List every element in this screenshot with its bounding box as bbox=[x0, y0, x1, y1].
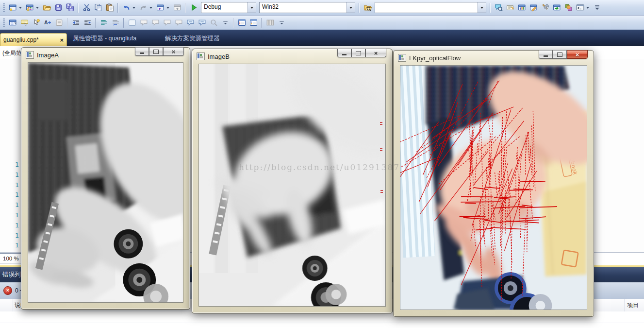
opencv-window-lkpyr-opticalflow[interactable]: LKpyr_opticalFlow × bbox=[393, 50, 594, 317]
solution-platform-combo-dropdown-icon[interactable] bbox=[347, 2, 355, 13]
window-title: ImageA bbox=[37, 52, 59, 59]
tab-solution-explorer[interactable]: 解决方案资源管理器 bbox=[165, 35, 220, 43]
increase-indent-icon[interactable] bbox=[82, 17, 93, 28]
next-bookmark-icon[interactable] bbox=[150, 17, 161, 28]
opticalflow-photo: Notebook bbox=[400, 65, 587, 310]
find-combo-dropdown-icon[interactable] bbox=[478, 2, 486, 13]
navigate-backward-icon-dropdown[interactable] bbox=[166, 7, 169, 9]
extension-manager-icon[interactable] bbox=[563, 2, 574, 13]
parameter-info-icon[interactable] bbox=[19, 17, 30, 28]
complete-word-icon[interactable]: A bbox=[42, 17, 53, 28]
object-browser-icon[interactable] bbox=[516, 2, 527, 13]
columns-icon[interactable] bbox=[264, 17, 275, 28]
comment-icon[interactable] bbox=[99, 17, 109, 28]
uncomment-icon[interactable] bbox=[110, 17, 121, 28]
previous-bookmark-folder-icon[interactable] bbox=[162, 17, 172, 28]
previous-bookmark-icon[interactable] bbox=[138, 17, 149, 28]
toolbar-options-icon[interactable] bbox=[592, 2, 602, 13]
toolbar-separator bbox=[67, 18, 68, 28]
svg-text:A: A bbox=[44, 19, 48, 25]
search-solution-icon[interactable] bbox=[493, 2, 504, 13]
tab-guangliu-cpp[interactable]: guangliu.cpp* × bbox=[0, 33, 67, 46]
close-button[interactable]: × bbox=[567, 50, 588, 59]
copy-icon[interactable] bbox=[93, 2, 103, 13]
outline-icon[interactable] bbox=[54, 17, 65, 28]
maximize-button[interactable] bbox=[351, 49, 365, 57]
quick-info-icon[interactable] bbox=[31, 17, 41, 28]
start-page-icon[interactable] bbox=[551, 2, 562, 13]
redo-icon[interactable] bbox=[138, 2, 149, 13]
red-artifact-mark bbox=[380, 122, 382, 123]
opencv-window-imagea[interactable]: ImageA × bbox=[21, 47, 190, 310]
solution-platform-combo-value: Win32 bbox=[260, 2, 347, 13]
minimize-button[interactable] bbox=[135, 47, 149, 56]
paste-icon[interactable] bbox=[104, 2, 115, 13]
start-debugging-icon[interactable] bbox=[188, 2, 199, 13]
command-window-icon-dropdown[interactable] bbox=[586, 7, 589, 9]
add-item-icon-dropdown[interactable] bbox=[36, 7, 39, 9]
toggle-bookmark-icon[interactable] bbox=[127, 17, 137, 28]
grid-row-line bbox=[0, 323, 644, 323]
window-title: ImageB bbox=[208, 53, 230, 60]
toolbar-grip[interactable] bbox=[3, 18, 5, 27]
find-combo[interactable] bbox=[375, 2, 486, 13]
decrease-indent-icon[interactable] bbox=[70, 17, 81, 28]
solution-platform-combo[interactable]: Win32 bbox=[259, 2, 355, 13]
toolbar-separator bbox=[261, 18, 262, 28]
window-titlebar[interactable]: ImageA × bbox=[21, 48, 190, 62]
minimize-button[interactable] bbox=[337, 49, 351, 57]
opencv-window-icon bbox=[197, 52, 205, 60]
find-in-files-icon[interactable] bbox=[362, 2, 373, 13]
editor-overflow-icon[interactable] bbox=[220, 17, 231, 28]
toolbox-icon[interactable] bbox=[540, 2, 550, 13]
new-window-icon-dropdown[interactable] bbox=[19, 7, 22, 9]
new-window-icon[interactable] bbox=[7, 2, 18, 13]
red-artifact-mark bbox=[380, 124, 382, 125]
tab-close-icon[interactable]: × bbox=[60, 37, 64, 43]
toolbar-grip[interactable] bbox=[3, 3, 5, 12]
open-file-icon[interactable] bbox=[41, 2, 52, 13]
property-manager-icon[interactable] bbox=[528, 2, 539, 13]
minimize-button[interactable] bbox=[539, 50, 553, 59]
cut-icon[interactable] bbox=[81, 2, 92, 13]
opencv-window-icon bbox=[398, 54, 406, 62]
properties-window-icon[interactable] bbox=[505, 2, 515, 13]
toolbar-separator bbox=[233, 18, 234, 28]
toolbar-separator bbox=[117, 3, 118, 13]
navigate-backward-icon[interactable] bbox=[155, 2, 165, 13]
tab-property-manager[interactable]: 属性管理器 - quangliufa bbox=[73, 35, 136, 43]
redo-icon-dropdown[interactable] bbox=[149, 7, 152, 9]
immediate-window-icon[interactable] bbox=[248, 17, 259, 28]
red-artifact-mark bbox=[380, 148, 382, 149]
save-icon[interactable] bbox=[53, 2, 64, 13]
close-button[interactable]: × bbox=[365, 49, 386, 57]
clear-bookmarks-icon[interactable] bbox=[208, 17, 219, 28]
add-item-icon[interactable] bbox=[24, 2, 35, 13]
save-all-icon[interactable] bbox=[65, 2, 75, 13]
navigate-forward-icon[interactable] bbox=[172, 2, 182, 13]
solution-configuration-combo-dropdown-icon[interactable] bbox=[248, 2, 256, 13]
opencv-window-imageb[interactable]: ImageB × bbox=[192, 49, 393, 313]
bookmark-forward-icon[interactable] bbox=[197, 17, 207, 28]
next-bookmark-folder-icon[interactable] bbox=[173, 17, 184, 28]
command-window-icon[interactable] bbox=[575, 2, 585, 13]
debug-overflow-icon[interactable] bbox=[276, 17, 287, 28]
imagea-photo bbox=[28, 62, 183, 303]
window-titlebar[interactable]: ImageB × bbox=[192, 49, 392, 64]
find-combo-value bbox=[375, 2, 478, 13]
maximize-button[interactable] bbox=[149, 47, 163, 56]
undo-icon-dropdown[interactable] bbox=[132, 7, 135, 9]
undo-icon[interactable] bbox=[121, 2, 132, 13]
window-titlebar[interactable]: LKpyr_opticalFlow × bbox=[394, 51, 594, 65]
list-members-icon[interactable] bbox=[7, 17, 18, 28]
toolbar-separator bbox=[123, 18, 124, 28]
imageb-photo bbox=[198, 64, 386, 307]
column-header-project[interactable]: 项目 bbox=[627, 301, 639, 310]
red-artifact-mark bbox=[380, 192, 383, 193]
close-button[interactable]: × bbox=[163, 47, 184, 56]
bookmark-back-icon[interactable] bbox=[185, 17, 196, 28]
maximize-button[interactable] bbox=[553, 50, 567, 59]
breakpoints-window-icon[interactable] bbox=[236, 17, 247, 28]
solution-configuration-combo[interactable]: Debug bbox=[201, 2, 256, 13]
document-tab-strip: guangliu.cpp* × 属性管理器 - quangliufa 解决方案资… bbox=[0, 30, 644, 46]
